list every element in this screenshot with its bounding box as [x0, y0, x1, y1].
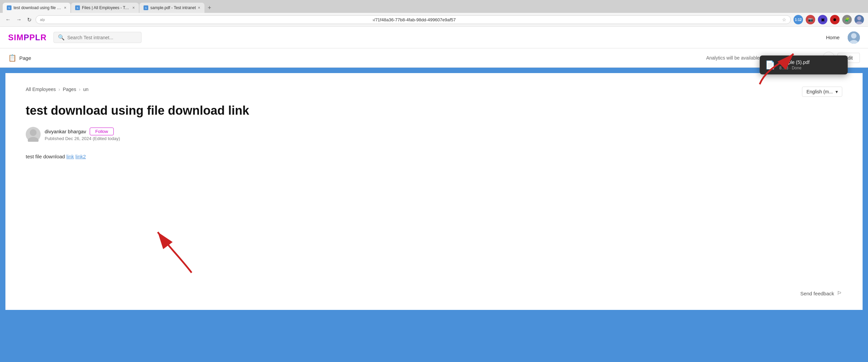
browser-actions: 1:12 📷 ▣ ⏺ 🧩 [794, 15, 864, 24]
svg-point-1 [856, 21, 863, 24]
search-icon: 🔍 [58, 34, 65, 41]
svg-point-7 [28, 137, 39, 142]
tab-1[interactable]: S test download using file dow... × [3, 3, 70, 13]
send-feedback-label: Send feedback [800, 291, 834, 296]
time-icon[interactable]: 1:12 [794, 15, 803, 24]
back-button[interactable]: ← [4, 15, 12, 24]
follow-button[interactable]: Follow [90, 128, 114, 135]
ext-icon-3[interactable]: ⏺ [830, 15, 840, 24]
send-feedback[interactable]: Send feedback 🏳 [800, 290, 842, 296]
breadcrumb-sep-1: › [59, 87, 60, 92]
flag-icon: 🏳 [837, 290, 842, 296]
star-icon[interactable]: ☆ [782, 17, 786, 22]
page-doc-icon: 📋 [8, 54, 17, 62]
browser-chrome: S test download using file dow... × S Fi… [0, 0, 868, 27]
article-body: test file download link link2 [26, 153, 842, 161]
ext-icon-1[interactable]: 📷 [806, 15, 815, 24]
language-label: English (m... [806, 89, 833, 94]
tab-bar: S test download using file dow... × S Fi… [0, 0, 868, 13]
tab-3-close[interactable]: × [198, 5, 200, 10]
address-bar-row: ← → ↻ alp ›/71f48a36-77b8-4fab-98dd-4996… [0, 13, 868, 27]
tab-3[interactable]: S sample.pdf - Test intranet × [139, 3, 204, 13]
forward-button[interactable]: → [15, 15, 23, 24]
page-icon-group: 📋 Page [8, 54, 31, 62]
download-file-icon: 📄 [765, 60, 775, 70]
breadcrumb-sep-2: › [79, 87, 81, 92]
main-wrapper: All Employees › Pages › un English (m...… [0, 68, 868, 355]
address-bar[interactable]: alp ›/71f48a36-77b8-4fab-98dd-499607e9af… [36, 15, 791, 24]
tab-2-close[interactable]: × [132, 5, 135, 10]
author-row: divyankar bhargav Follow Published Dec 2… [26, 127, 842, 142]
author-info: divyankar bhargav Follow Published Dec 2… [45, 128, 120, 141]
page-toolbar: 📋 Page Analytics will be available withi… [0, 48, 868, 68]
ext-icon-4[interactable]: 🧩 [842, 15, 852, 24]
search-input[interactable] [67, 35, 137, 40]
refresh-button[interactable]: ↻ [26, 15, 33, 24]
breadcrumb: All Employees › Pages › un [26, 87, 842, 92]
ext-icon-2[interactable]: ▣ [818, 15, 827, 24]
logo-text: SIMPPLR [8, 33, 47, 42]
breadcrumb-all-employees[interactable]: All Employees [26, 87, 56, 92]
tab-2-title: Files | All Employees - Test in... [82, 5, 130, 10]
tab-3-title: sample.pdf - Test intranet [150, 5, 196, 10]
link1[interactable]: link [66, 154, 74, 159]
nav-home[interactable]: Home [826, 35, 840, 40]
tab-2-favicon: S [75, 5, 80, 10]
download-status: 8... 3 · Done [779, 66, 842, 70]
breadcrumb-current: un [83, 87, 89, 92]
author-name: divyankar bhargav [45, 129, 86, 134]
tab-2[interactable]: S Files | All Employees - Test in... × [71, 3, 139, 13]
tab-1-title: test download using file dow... [14, 5, 62, 10]
author-published: Published Dec 26, 2024 (Edited today) [45, 136, 120, 141]
page-card: All Employees › Pages › un English (m...… [5, 73, 863, 310]
logo[interactable]: SIMPPLR [8, 33, 47, 42]
download-notification: 📄 sample (5).pdf 8... 3 · Done [760, 55, 848, 74]
svg-point-4 [851, 33, 856, 39]
page-content: All Employees › Pages › un English (m...… [5, 73, 863, 310]
page-label: Page [19, 55, 31, 61]
search-bar[interactable]: 🔍 [53, 32, 142, 43]
link2[interactable]: link2 [75, 154, 86, 159]
tab-3-favicon: S [144, 5, 148, 10]
address-left: alp [40, 18, 45, 22]
profile-avatar[interactable] [854, 15, 864, 24]
svg-point-0 [857, 16, 861, 20]
author-name-row: divyankar bhargav Follow [45, 128, 120, 135]
author-avatar [26, 127, 41, 142]
chevron-down-icon: ▾ [836, 89, 838, 94]
tab-1-favicon: S [7, 5, 12, 10]
app-header: SIMPPLR 🔍 Home [0, 27, 868, 48]
new-tab-button[interactable]: + [205, 3, 214, 13]
tab-1-close[interactable]: × [64, 5, 66, 10]
address-text: ›/71f48a36-77b8-4fab-98dd-499607e9af57 [46, 17, 782, 22]
article-title: test download using file download link [26, 103, 842, 119]
breadcrumb-pages[interactable]: Pages [63, 87, 76, 92]
language-selector[interactable]: English (m... ▾ [802, 87, 842, 97]
svg-point-6 [30, 129, 37, 136]
header-nav: Home [826, 31, 860, 44]
body-text: test file download [26, 154, 66, 159]
download-info: sample (5).pdf 8... 3 · Done [779, 60, 842, 70]
arrow-to-link2 [141, 222, 209, 276]
page-wrapper: 📄 sample (5).pdf 8... 3 · Done SIMPPLR 🔍… [0, 27, 868, 355]
download-filename: sample (5).pdf [779, 60, 842, 65]
user-avatar[interactable] [848, 31, 860, 44]
